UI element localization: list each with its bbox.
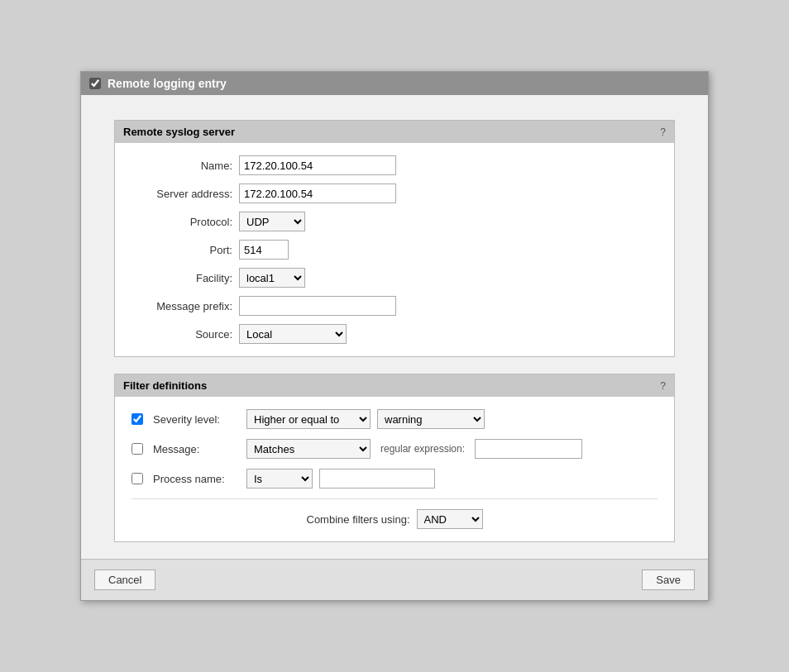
facility-select[interactable]: local0 local1 local2 local3 [239,268,305,288]
process-name-checkbox[interactable] [132,473,143,484]
message-checkbox[interactable] [132,443,143,455]
remote-syslog-panel-title: Remote syslog server [123,126,235,138]
source-label: Source: [132,328,239,341]
save-button[interactable]: Save [642,570,695,590]
severity-checkbox[interactable] [132,413,143,425]
process-name-label: Process name: [153,473,240,485]
filter-definitions-panel-header: Filter definitions ? [115,374,674,397]
regex-input[interactable] [475,439,582,459]
dialog-title: Remote logging entry [108,77,227,90]
server-address-row: Server address: [132,183,658,203]
filter-definitions-panel: Filter definitions ? Severity level: Hig… [114,374,675,542]
message-label: Message: [153,443,240,455]
regex-label: regular expression: [380,443,465,455]
message-prefix-label: Message prefix: [132,300,239,312]
severity-condition-select[interactable]: Higher or equal to Lower or equal to Equ… [246,409,371,429]
dialog-titlebar: Remote logging entry [81,72,708,95]
message-row: Message: Matches Does not match regular … [132,439,658,459]
facility-row: Facility: local0 local1 local2 local3 [132,268,658,288]
port-label: Port: [132,244,239,256]
server-address-input[interactable] [239,183,396,203]
process-name-condition-select[interactable]: Is Is not [246,469,313,489]
severity-level-select[interactable]: emergency alert critical error warning n… [377,409,485,429]
dialog-body: Remote syslog server ? Name: Server addr… [81,95,708,559]
name-row: Name: [132,155,658,175]
message-match-select[interactable]: Matches Does not match [246,439,371,459]
protocol-select[interactable]: UDP TCP [239,212,305,231]
message-prefix-input[interactable] [239,296,396,316]
port-row: Port: [132,240,658,260]
filter-definitions-help-icon[interactable]: ? [660,380,666,392]
severity-row: Severity level: Higher or equal to Lower… [132,409,658,429]
process-name-row: Process name: Is Is not [132,469,658,489]
protocol-row: Protocol: UDP TCP [132,212,658,231]
dialog-enable-checkbox[interactable] [89,78,101,89]
process-name-input[interactable] [319,469,435,489]
dialog-footer: Cancel Save [81,559,708,600]
filter-definitions-panel-content: Severity level: Higher or equal to Lower… [115,397,674,541]
severity-label: Severity level: [153,413,240,426]
remote-syslog-panel-content: Name: Server address: Protocol: UDP TCP … [115,143,674,356]
server-address-label: Server address: [132,188,239,200]
filter-definitions-panel-title: Filter definitions [123,379,207,392]
cancel-button[interactable]: Cancel [94,570,155,590]
combine-select[interactable]: AND OR [417,509,483,529]
remote-syslog-panel: Remote syslog server ? Name: Server addr… [114,120,675,357]
message-prefix-row: Message prefix: [132,296,658,316]
port-input[interactable] [239,240,289,260]
combine-row: Combine filters using: AND OR [132,498,658,529]
name-input[interactable] [239,155,396,175]
combine-label: Combine filters using: [307,513,410,526]
facility-label: Facility: [132,272,239,284]
remote-syslog-panel-header: Remote syslog server ? [115,121,674,143]
dialog: Remote logging entry Remote syslog serve… [80,71,709,601]
protocol-label: Protocol: [132,216,239,228]
source-select[interactable]: Local Remote [239,324,347,344]
source-row: Source: Local Remote [132,324,658,344]
remote-syslog-help-icon[interactable]: ? [660,126,666,138]
name-label: Name: [132,160,239,172]
